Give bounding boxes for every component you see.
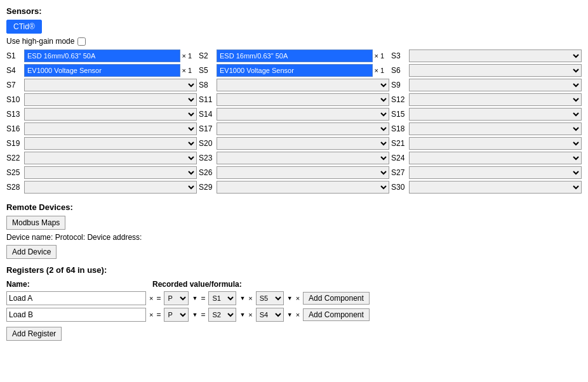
sensor-cell: S28 xyxy=(6,181,197,194)
register-component-remove-icon[interactable]: × xyxy=(248,311,252,319)
register-component2-remove-icon[interactable]: × xyxy=(296,294,300,302)
sensor-cell: S5EV1000 Voltage Sensor×1 xyxy=(199,64,389,77)
register-remove-icon[interactable]: × xyxy=(149,311,153,319)
register-formula-v2: ▼ xyxy=(239,312,245,318)
register-component-remove-icon[interactable]: × xyxy=(248,294,252,302)
sensor-dropdown[interactable] xyxy=(24,152,197,164)
sensor-dropdown[interactable] xyxy=(24,181,197,194)
sensor-dropdown[interactable] xyxy=(24,122,197,135)
sensor-id-label: S19 xyxy=(6,139,22,148)
sensor-dropdown[interactable] xyxy=(409,181,582,194)
sensor-cell: S15 xyxy=(391,108,582,121)
sensor-dropdown[interactable] xyxy=(409,166,582,179)
sensor-id-label: S22 xyxy=(6,154,22,162)
registers-title: Registers (2 of 64 in use): xyxy=(6,265,582,275)
sensor-cell: S3 xyxy=(391,49,582,62)
sensor-remove-icon[interactable]: × xyxy=(375,67,378,74)
sensor-remove-icon[interactable]: × xyxy=(182,52,186,60)
sensor-dropdown[interactable] xyxy=(217,93,389,106)
sensor-id-label: S30 xyxy=(391,183,407,192)
register-name-input[interactable] xyxy=(6,291,146,305)
sensor-id-label: S26 xyxy=(199,168,215,177)
sensor-cell: S19 xyxy=(6,137,197,150)
sensor-cell: S21 xyxy=(391,137,582,150)
sensor-id-label: S28 xyxy=(6,183,22,192)
register-s2-select[interactable]: S1S2S3S4S5S6S7S8S9S10 xyxy=(256,291,284,305)
sensor-cell: S2ESD 16mm/0.63" 50A×1 xyxy=(199,49,389,62)
sensor-dropdown[interactable] xyxy=(409,64,582,77)
sensor-cell: S26 xyxy=(199,166,389,179)
sensor-count-label: 1 xyxy=(188,52,197,60)
sensor-dropdown[interactable] xyxy=(409,152,582,164)
register-formula-v: ▼ xyxy=(192,312,197,318)
sensor-remove-icon[interactable]: × xyxy=(375,52,378,60)
register-formula-eq2: = xyxy=(201,294,205,303)
sensor-id-label: S27 xyxy=(391,168,407,177)
register-formula-eq2: = xyxy=(201,310,205,319)
sensor-id-label: S7 xyxy=(6,81,22,89)
sensor-id-label: S12 xyxy=(391,95,407,104)
sensor-dropdown[interactable] xyxy=(409,49,582,62)
sensor-dropdown[interactable] xyxy=(24,79,197,91)
col-name-header: Name: xyxy=(6,280,146,289)
sensor-cell: S29 xyxy=(199,181,389,194)
register-s1-select[interactable]: S1S2S3S4S5S6S7S8S9S10 xyxy=(208,308,236,322)
sensor-id-label: S1 xyxy=(6,51,22,60)
register-formula-v3: ▼ xyxy=(287,295,293,301)
remote-devices-title: Remote Devices: xyxy=(6,202,582,212)
register-p-select[interactable]: PQSPF xyxy=(164,291,189,305)
ctid-button[interactable]: CTid® xyxy=(6,20,42,34)
sensor-id-label: S6 xyxy=(391,66,407,75)
register-p-select[interactable]: PQSPF xyxy=(164,308,189,322)
sensor-cell: S6 xyxy=(391,64,582,77)
high-gain-checkbox[interactable] xyxy=(77,37,86,46)
sensor-id-label: S9 xyxy=(391,81,407,89)
add-component-button[interactable]: Add Component xyxy=(303,292,370,305)
sensor-cell: S12 xyxy=(391,93,582,106)
sensor-count-label: 1 xyxy=(380,52,389,60)
sensor-dropdown[interactable] xyxy=(24,137,197,150)
sensor-cell: S14 xyxy=(199,108,389,121)
register-row: ×=PQSPF▼=S1S2S3S4S5S6S7S8S9S10▼×S1S2S3S4… xyxy=(6,291,582,305)
sensor-dropdown[interactable] xyxy=(217,166,389,179)
sensor-cell: S24 xyxy=(391,152,582,164)
sensor-dropdown[interactable] xyxy=(217,79,389,91)
sensor-dropdown[interactable] xyxy=(409,79,582,91)
sensor-dropdown[interactable] xyxy=(24,108,197,121)
sensor-cell: S16 xyxy=(6,122,197,135)
add-register-button[interactable]: Add Register xyxy=(6,327,62,341)
sensor-dropdown[interactable] xyxy=(24,93,197,106)
sensor-dropdown[interactable] xyxy=(409,93,582,106)
sensor-dropdown[interactable] xyxy=(409,137,582,150)
sensor-cell: S9 xyxy=(391,79,582,91)
add-device-button[interactable]: Add Device xyxy=(6,245,57,259)
sensor-dropdown[interactable] xyxy=(409,122,582,135)
sensor-id-label: S21 xyxy=(391,139,407,148)
sensor-filled-value: EV1000 Voltage Sensor xyxy=(217,64,373,77)
sensor-dropdown[interactable] xyxy=(409,108,582,121)
register-s2-select[interactable]: S1S2S3S4S5S6S7S8S9S10 xyxy=(256,308,284,322)
sensor-remove-icon[interactable]: × xyxy=(182,67,186,74)
register-s1-select[interactable]: S1S2S3S4S5S6S7S8S9S10 xyxy=(208,291,236,305)
device-header-labels: Device name: Protocol: Device address: xyxy=(6,233,582,242)
sensor-dropdown[interactable] xyxy=(217,152,389,164)
register-name-input[interactable] xyxy=(6,308,146,322)
sensor-id-label: S10 xyxy=(6,95,22,104)
register-remove-icon[interactable]: × xyxy=(149,294,153,302)
register-formula-v: ▼ xyxy=(192,295,197,301)
sensor-cell: S10 xyxy=(6,93,197,106)
sensor-dropdown[interactable] xyxy=(217,108,389,121)
sensors-section: Sensors: CTid® Use high-gain mode S1ESD … xyxy=(6,6,582,194)
sensor-cell: S8 xyxy=(199,79,389,91)
sensor-dropdown[interactable] xyxy=(217,122,389,135)
sensor-dropdown[interactable] xyxy=(24,166,197,179)
modbus-maps-button[interactable]: Modbus Maps xyxy=(6,216,65,230)
sensor-count-label: 1 xyxy=(188,67,197,74)
sensor-dropdown[interactable] xyxy=(217,137,389,150)
register-component2-remove-icon[interactable]: × xyxy=(296,311,300,319)
sensor-dropdown[interactable] xyxy=(217,181,389,194)
sensor-cell: S23 xyxy=(199,152,389,164)
sensor-id-label: S17 xyxy=(199,124,215,133)
add-component-button[interactable]: Add Component xyxy=(303,308,370,321)
sensor-id-label: S13 xyxy=(6,110,22,119)
